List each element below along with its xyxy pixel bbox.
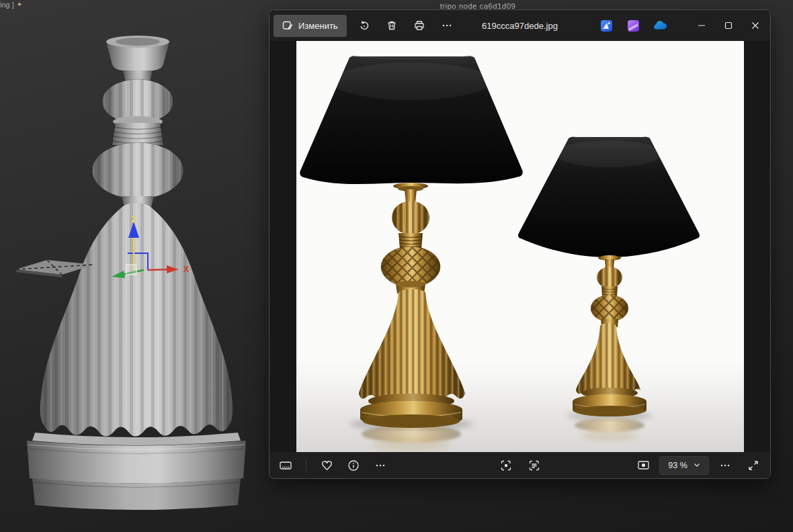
edit-button[interactable]: Изменить <box>274 15 347 37</box>
model-base <box>27 433 246 510</box>
statusbar-separator <box>306 459 306 472</box>
onedrive-cloud-icon <box>653 20 667 31</box>
clipchamp-app-button[interactable] <box>620 14 646 37</box>
visual-search-icon <box>500 459 512 472</box>
model-top-cup <box>106 36 169 85</box>
filmstrip-icon <box>279 459 292 472</box>
zoom-dropdown[interactable]: 93 % <box>659 456 709 475</box>
minimize-button[interactable] <box>688 14 715 37</box>
image-filename: 619ccca97dede.jpg <box>482 21 558 31</box>
model-ribbed-bulb-large <box>92 142 183 210</box>
more-options-button[interactable] <box>435 15 459 36</box>
more-tools-button[interactable] <box>368 455 392 476</box>
gizmo-plane-handle[interactable] <box>126 265 136 275</box>
maximize-icon <box>724 21 733 30</box>
onedrive-button[interactable] <box>646 14 673 37</box>
more-icon <box>374 459 386 472</box>
fullscreen-icon <box>747 459 759 472</box>
visual-search-button[interactable] <box>494 455 518 476</box>
edit-image-icon <box>282 20 293 31</box>
fullscreen-button[interactable] <box>741 455 765 476</box>
model-ring-neck <box>112 123 163 145</box>
designer-app-button[interactable] <box>593 14 620 37</box>
zoom-level-value: 93 % <box>668 461 687 470</box>
minimize-icon <box>697 21 706 30</box>
clipchamp-icon <box>627 19 640 32</box>
close-button[interactable] <box>742 14 769 37</box>
info-icon <box>347 459 360 472</box>
gizmo-z-label: Z <box>131 215 136 224</box>
file-info-button[interactable] <box>341 455 366 476</box>
delete-icon <box>386 19 398 32</box>
print-icon <box>413 19 425 32</box>
print-button[interactable] <box>407 15 431 36</box>
delete-button[interactable] <box>380 15 404 36</box>
rotate-button[interactable] <box>352 15 376 36</box>
tassel-3d-model[interactable]: Z X <box>0 0 269 532</box>
fit-to-window-button[interactable] <box>631 455 655 476</box>
text-actions-icon <box>528 459 540 472</box>
photos-titlebar: Изменить <box>269 10 770 41</box>
maximize-button[interactable] <box>715 14 742 37</box>
photo-image[interactable] <box>296 41 744 452</box>
more-zoom-options-button[interactable] <box>713 455 737 476</box>
photo-canvas-area <box>269 41 770 452</box>
photos-window: Изменить <box>269 9 771 479</box>
filmstrip-toggle-button[interactable] <box>274 455 298 476</box>
chevron-down-icon <box>694 463 700 468</box>
photos-statusbar: 93 % <box>269 452 770 478</box>
heart-icon <box>321 459 333 472</box>
designer-icon <box>600 19 613 32</box>
fit-screen-icon <box>637 459 650 471</box>
gizmo-x-label: X <box>183 265 189 274</box>
rotate-icon <box>358 19 370 32</box>
more-icon <box>719 459 731 472</box>
model-tassel-bell <box>40 203 233 437</box>
model-ribbed-bulb-small <box>102 79 173 127</box>
edit-button-label: Изменить <box>298 21 338 31</box>
more-icon <box>441 19 453 32</box>
gizmo-x-arrow[interactable] <box>148 269 169 270</box>
text-actions-button[interactable] <box>522 455 546 476</box>
favorite-button[interactable] <box>315 455 339 476</box>
close-icon <box>751 21 760 30</box>
